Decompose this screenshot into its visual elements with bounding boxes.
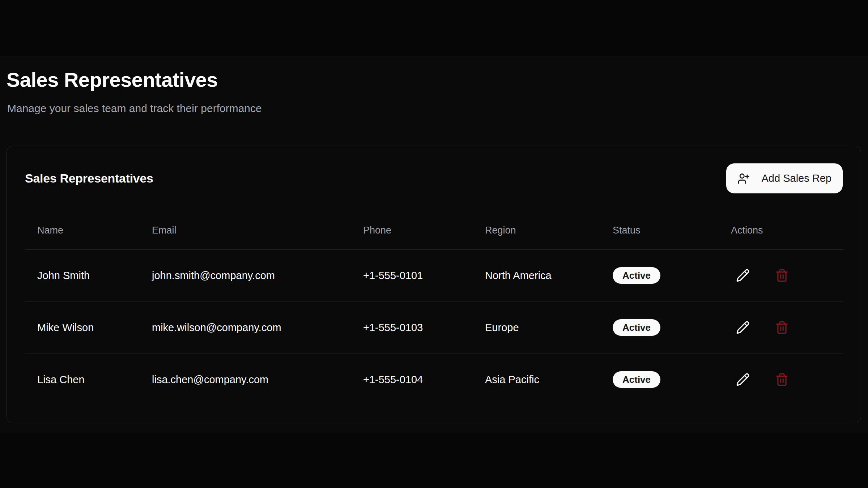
cell-email: lisa.chen@company.com xyxy=(140,354,351,406)
status-badge: Active xyxy=(613,319,660,336)
column-header-actions: Actions xyxy=(719,211,843,249)
cell-status: Active xyxy=(600,301,719,354)
add-sales-rep-button[interactable]: Add Sales Rep xyxy=(726,163,843,193)
card-header: Sales Representatives Add Sales Rep xyxy=(7,146,861,193)
page: Sales Representatives Manage your sales … xyxy=(0,0,868,488)
table-row: Lisa Chen lisa.chen@company.com +1-555-0… xyxy=(25,354,843,406)
page-subtitle: Manage your sales team and track their p… xyxy=(7,102,262,114)
cell-actions xyxy=(719,249,843,301)
card-title: Sales Representatives xyxy=(25,171,153,185)
edit-button[interactable] xyxy=(733,266,753,285)
pencil-icon xyxy=(736,269,750,282)
status-badge: Active xyxy=(613,371,660,388)
trash-icon xyxy=(775,269,789,282)
cell-status: Active xyxy=(600,354,719,406)
cell-status: Active xyxy=(600,249,719,301)
cell-region: Asia Pacific xyxy=(473,354,600,406)
edit-button[interactable] xyxy=(733,370,753,389)
cell-phone: +1-555-0104 xyxy=(351,354,473,406)
cell-region: North America xyxy=(473,249,600,301)
delete-button[interactable] xyxy=(772,266,792,285)
cell-name: Mike Wilson xyxy=(25,301,140,354)
cell-actions xyxy=(719,354,843,406)
table-row: John Smith john.smith@company.com +1-555… xyxy=(25,249,843,301)
page-title: Sales Representatives xyxy=(7,70,218,90)
trash-icon xyxy=(775,321,789,334)
edit-button[interactable] xyxy=(733,318,753,337)
cell-email: mike.wilson@company.com xyxy=(140,301,351,354)
cell-name: Lisa Chen xyxy=(25,354,140,406)
delete-button[interactable] xyxy=(772,370,792,389)
cell-email: john.smith@company.com xyxy=(140,249,351,301)
cell-name: John Smith xyxy=(25,249,140,301)
pencil-icon xyxy=(736,373,750,386)
user-plus-icon xyxy=(737,172,750,185)
cell-phone: +1-555-0101 xyxy=(351,249,473,301)
column-header-email: Email xyxy=(140,211,351,249)
table-row: Mike Wilson mike.wilson@company.com +1-5… xyxy=(25,301,843,354)
cell-actions xyxy=(719,301,843,354)
sales-reps-card: Sales Representatives Add Sales Rep xyxy=(7,146,861,423)
trash-icon xyxy=(775,373,789,386)
column-header-status: Status xyxy=(600,211,719,249)
pencil-icon xyxy=(736,321,750,334)
column-header-phone: Phone xyxy=(351,211,473,249)
column-header-region: Region xyxy=(473,211,600,249)
column-header-name: Name xyxy=(25,211,140,249)
sales-reps-table: Name Email Phone Region Status Actions J… xyxy=(25,211,843,406)
table-header-row: Name Email Phone Region Status Actions xyxy=(25,211,843,249)
cell-region: Europe xyxy=(473,301,600,354)
delete-button[interactable] xyxy=(772,318,792,337)
add-sales-rep-label: Add Sales Rep xyxy=(762,172,831,184)
cell-phone: +1-555-0103 xyxy=(351,301,473,354)
status-badge: Active xyxy=(613,267,660,284)
